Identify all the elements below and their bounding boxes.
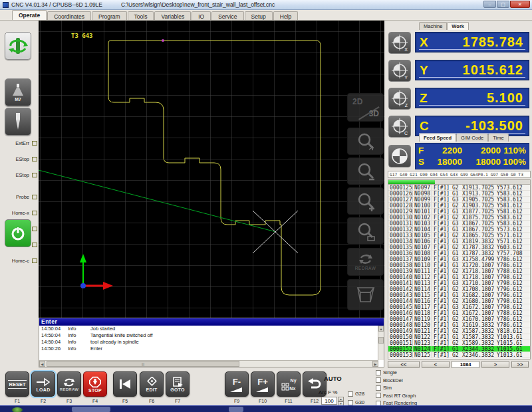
checkbox-icon[interactable]	[376, 385, 381, 391]
coolant-m7-button[interactable]: M7	[5, 78, 31, 106]
coordinate-tab[interactable]: Work	[447, 22, 469, 30]
main-tab[interactable]: IO	[192, 11, 211, 20]
scroll-up-arrow-icon[interactable]: ▲	[378, 326, 384, 332]
option-checkbox-row[interactable]: Single	[376, 369, 417, 375]
tool-button[interactable]	[5, 108, 31, 136]
load-button[interactable]: LOAD	[31, 371, 55, 397]
edit-button[interactable]: EDIT	[140, 371, 164, 397]
gcode-row[interactable]: 0000134 N0106 F[#1] G1 X1819.3832 Y571.6…	[388, 239, 530, 245]
goto-button[interactable]: GOTO	[166, 371, 190, 397]
scroll-right-arrow-icon[interactable]: ▶	[372, 361, 378, 367]
g-checkbox-row[interactable]: G30	[348, 399, 364, 405]
zoom-window-button[interactable]	[347, 217, 384, 245]
redraw-button[interactable]: REDRAW	[57, 371, 81, 397]
feed-tab[interactable]: Time	[488, 134, 508, 142]
reset-button[interactable]: RESET	[5, 371, 29, 397]
gcode-row[interactable]: 0000128 N0100 F[#1] G2 X1903.7025 Y581.6…	[388, 203, 530, 209]
gcode-row[interactable]: 0000126 N0098 F[#1] G1 X1913.7025 Y583.6…	[388, 191, 530, 197]
axis-zero-button[interactable]: Z	[388, 88, 411, 110]
gcode-row[interactable]: 0000137 N0109 F[#1] G3 X1758.4799 Y786.6…	[388, 257, 530, 262]
gcode-row[interactable]: 0000148 N0120 F[#1] G1 X1619.3832 Y786.6…	[388, 322, 530, 328]
maximize-button[interactable]: ▢	[497, 1, 509, 8]
pager-prev-button[interactable]: <	[422, 361, 450, 368]
gcode-row[interactable]: 0000143 N0115 F[#1] G1 X1682.1807 Y796.6…	[388, 292, 530, 298]
feed-override-button[interactable]	[388, 145, 411, 167]
checkbox-icon[interactable]	[348, 391, 353, 397]
start-orb-icon[interactable]	[12, 407, 23, 412]
feed-tab[interactable]: G/M Code	[456, 134, 488, 142]
coordinate-tab[interactable]: Machine	[419, 22, 447, 30]
gcode-row[interactable]: 0000150 N0122 F[#1] G1 X1587.3832 Y1013.…	[388, 334, 530, 340]
spinner-up-icon[interactable]: ▲	[338, 397, 344, 401]
gcode-row[interactable]: 0000130 N0102 F[#1] G2 X1875.7025 Y583.6…	[388, 215, 530, 221]
view-2d-3d-toggle-button[interactable]: 2D 3D	[347, 93, 384, 122]
feed-increase-button[interactable]: F+	[251, 371, 275, 397]
main-tab[interactable]: Coordinates	[47, 11, 91, 20]
log-vertical-scrollbar[interactable]: ▲	[378, 326, 384, 360]
axis-zero-button[interactable]: X	[388, 32, 411, 54]
gcode-row[interactable]: 0000133 N0105 F[#1] G2 X1865.7025 Y571.6…	[388, 233, 530, 239]
zoom-out-button[interactable]	[347, 157, 384, 185]
arc-feed-value[interactable]: 100	[321, 397, 337, 405]
stop-button[interactable]: STOP	[83, 371, 107, 397]
main-tab[interactable]: Variables	[154, 11, 191, 20]
pager-last-button[interactable]: >>	[511, 361, 529, 368]
gcode-row[interactable]: 0000129 N0101 F[#1] G1 X1877.7025 Y581.6…	[388, 209, 530, 215]
gcode-row[interactable]: 0000153 N0125 F[#1] G2 X2346.3832 Y1013.…	[388, 352, 530, 358]
gcode-row[interactable]: 0000139 N0111 F[#1] G2 X1718.1807 Y788.6…	[388, 268, 530, 274]
gcode-row[interactable]: 0000145 N0117 F[#1] G3 X1672.1807 Y798.6…	[388, 304, 530, 310]
option-checkbox-row[interactable]: BlockDel	[376, 377, 417, 383]
main-tab[interactable]: Help	[273, 11, 298, 20]
view-3d-box-button[interactable]	[347, 279, 384, 310]
pager-next-button[interactable]: >	[481, 361, 509, 368]
g-checkbox-row[interactable]: G28	[348, 391, 364, 397]
canvas-redraw-button[interactable]: REDRAW	[347, 248, 384, 276]
arc-feed-spinner[interactable]: ▲ ▼	[338, 397, 344, 405]
log-horizontal-scrollbar[interactable]: ◀ ||| ▶	[39, 360, 378, 367]
gcode-row[interactable]: 0000125 N0097 F[#1] G2 X1913.7025 Y573.6…	[388, 185, 530, 191]
feed-tab[interactable]: Feed Speed	[419, 134, 456, 142]
pager-first-button[interactable]: <<	[388, 361, 420, 368]
gcode-row[interactable]: 0000138 N0110 F[#1] G1 X1720.1807 Y786.6…	[388, 262, 530, 268]
block-counter-button[interactable]: Ny Nx	[277, 371, 301, 397]
gcode-row[interactable]: 0000151 N0123 F[#1] G2 X1589.3832 Y1015.…	[388, 340, 530, 346]
checkbox-icon[interactable]	[376, 370, 381, 375]
gcode-row[interactable]: 0000147 N0119 F[#1] G2 X1670.1807 Y786.6…	[388, 316, 530, 322]
vertical-scroll-thumb[interactable]	[378, 337, 384, 344]
main-tab[interactable]: Setup	[245, 11, 273, 20]
gcode-row[interactable]: 0000146 N0118 F[#1] G1 X1672.1807 Y788.6…	[388, 310, 530, 316]
scroll-left-arrow-icon[interactable]: ◀	[39, 361, 45, 367]
gcode-row[interactable]: 0000140 N0112 F[#1] G1 X1718.1807 Y798.6…	[388, 274, 530, 280]
gcode-row[interactable]: 0000144 N0116 F[#1] G2 X1680.1807 Y798.6…	[388, 298, 530, 304]
axis-zero-button[interactable]: Y	[388, 60, 411, 82]
start-power-button[interactable]	[5, 219, 31, 247]
checkbox-icon[interactable]	[348, 400, 353, 405]
windows-taskbar[interactable]	[0, 405, 532, 412]
horizontal-scroll-thumb[interactable]: |||	[47, 361, 239, 367]
gcode-row[interactable]: 0000152 N0124 F[#1] G1 X2344.3832 Y1015.…	[388, 346, 530, 352]
gcode-row[interactable]: 0000142 N0114 F[#1] G2 X1708.1807 Y796.6…	[388, 286, 530, 292]
main-tab[interactable]: Service	[211, 11, 243, 20]
gcode-row[interactable]: 0000127 N0099 F[#1] G3 X1905.7025 Y583.6…	[388, 197, 530, 203]
axis-zero-button[interactable]: C	[388, 116, 411, 138]
rewind-button[interactable]	[113, 371, 137, 397]
zoom-in-button[interactable]	[347, 187, 384, 215]
spindle-button[interactable]	[5, 32, 31, 60]
toolpath-canvas[interactable]: T3 G43 2D 3D	[39, 21, 384, 318]
gcode-row[interactable]: 0000149 N0121 F[#1] G2 X1587.3832 Y818.6…	[388, 328, 530, 334]
feed-decrease-button[interactable]: F-	[225, 371, 249, 397]
checkbox-icon[interactable]	[376, 393, 381, 398]
main-tab[interactable]: Operate	[12, 10, 47, 20]
option-checkbox-row[interactable]: Fast RT Graph	[376, 393, 417, 399]
gcode-row[interactable]: 0000136 N0108 F[#1] G1 X1787.3832 Y757.7…	[388, 251, 530, 257]
zoom-fit-button[interactable]	[347, 128, 384, 155]
close-button[interactable]: ✕	[510, 1, 530, 8]
taskbar-item[interactable]	[72, 407, 110, 412]
pager-page-box[interactable]: 1084	[452, 361, 479, 368]
option-checkbox-row[interactable]: Sim	[376, 385, 417, 391]
gcode-row[interactable]: 0000131 N0103 F[#1] G3 X1867.7025 Y583.6…	[388, 221, 530, 227]
gcode-row[interactable]: 0000135 N0107 F[#1] G2 X1787.3832 Y603.6…	[388, 245, 530, 251]
minimize-button[interactable]: –	[483, 1, 496, 8]
taskbar-item[interactable]	[229, 407, 243, 412]
checkbox-icon[interactable]	[376, 377, 381, 383]
